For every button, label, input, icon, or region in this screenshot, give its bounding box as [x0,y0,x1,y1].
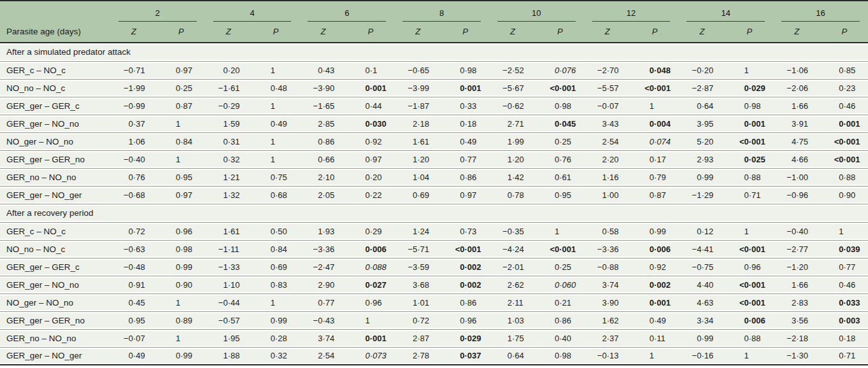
age-column-header-12: 12 [584,1,679,24]
p-value: <0·001 [536,79,583,97]
p-value: 0·027 [347,276,394,294]
table-row: GER_ger – GER_no−0·4010·3210·660·971·200… [0,150,868,168]
p-value: 0·037 [442,347,489,365]
age-number: 2 [110,3,205,17]
p-value: 0·99 [157,347,204,365]
comparison-label: GER_ger – GER_c [0,97,110,115]
z-value: −1·00 [773,168,820,186]
z-value: −0·68 [110,186,157,204]
z-value: 2·37 [584,329,631,347]
p-value: 0·40 [536,329,583,347]
z-value: −0·40 [110,150,157,168]
p-value: 0·98 [536,347,583,365]
z-value: 0·86 [299,132,346,150]
age-number: 8 [394,3,489,17]
z-value: −3·36 [584,240,631,258]
col-header-p-age-12: P [631,24,678,43]
p-value: <0·001 [821,150,868,168]
p-value: 0·029 [726,79,773,97]
p-value: 0·68 [252,186,299,204]
comparison-label: GER_c – NO_c [0,222,110,240]
p-value: 1 [536,222,583,240]
table-row: NO_no – NO_c−1·990·25−1·610·48−3·900·001… [0,79,868,97]
p-value: 0·92 [347,132,394,150]
comparison-label: NO_no – NO_c [0,79,110,97]
p-value: 0·49 [631,311,678,329]
comparison-label: GER_ger – NO_ger [0,186,110,204]
z-value: 1·93 [299,222,346,240]
age-number: 12 [584,3,679,17]
p-value: 0·001 [442,79,489,97]
z-value: 0·91 [110,276,157,294]
p-value: 0·030 [347,115,394,132]
table-row: GER_ger – GER_c−0·990·87−0·291−1·650·44−… [0,97,868,115]
z-value: 1·20 [394,150,441,168]
z-value: −2·01 [489,258,536,276]
z-value: 0·49 [110,347,157,365]
z-value: −0·48 [110,258,157,276]
z-value: −5·57 [584,79,631,97]
z-value: −1·65 [299,97,346,115]
z-value: −1·61 [205,79,252,97]
z-value: 1·10 [205,276,252,294]
comparison-label: NO_ger – NO_no [0,132,110,150]
table-row: NO_no – NO_c−0·630·98−1·110·84−3·360·006… [0,240,868,258]
z-value: 2·83 [773,294,820,311]
z-value: 1·75 [489,329,536,347]
z-value: −1·11 [205,240,252,258]
z-value: −0·07 [584,97,631,115]
z-value: 4·75 [773,132,820,150]
col-header-p-age-4: P [252,24,299,43]
parasite-age-header-row: 246810121416 [0,1,868,24]
spanner-rule [402,21,481,22]
p-value: 0·69 [252,258,299,276]
spanner-rule [592,21,671,22]
p-value: 0·79 [631,168,678,186]
z-value: −0·40 [773,222,820,240]
p-value: 0·006 [347,240,394,258]
z-value: 2·10 [299,168,346,186]
p-value: 0·44 [347,97,394,115]
z-value: −0·65 [394,61,441,79]
z-value: 2·54 [584,132,631,150]
z-value: −0·20 [678,61,725,79]
p-value: 0·28 [252,329,299,347]
p-value: 1 [157,115,204,132]
p-value: 0·92 [631,258,678,276]
z-value: −0·88 [584,258,631,276]
z-value: 2·85 [299,115,346,132]
p-value: 0·77 [442,150,489,168]
posthoc-comparison-table: 246810121416 Parasite age (days) ZPZPZPZ… [0,0,868,365]
p-value: 0·48 [252,79,299,97]
p-value: 1 [252,294,299,311]
p-value: 0·18 [821,329,868,347]
col-header-p-age-6: P [347,24,394,43]
z-value: 0·12 [678,222,725,240]
z-value: 0·99 [678,329,725,347]
comparison-label: GER_ger – GER_no [0,150,110,168]
p-value: 0·90 [157,276,204,294]
p-value: 0·98 [726,97,773,115]
table-row: GER_no – NO_no0·760·951·210·752·100·201·… [0,168,868,186]
p-value: 0·49 [252,115,299,132]
p-value: 0·50 [252,222,299,240]
p-value: 1 [157,329,204,347]
p-value: 0·074 [631,132,678,150]
z-value: 0·64 [489,347,536,365]
comparison-label: NO_ger – NO_no [0,294,110,311]
p-value: 0·1 [347,61,394,79]
spanner-rule [687,21,765,22]
comparison-label: GER_no – NO_no [0,168,110,186]
p-value: 1 [347,311,394,329]
p-value: 0·001 [347,79,394,97]
z-value: −1·33 [205,258,252,276]
z-value: 2·78 [394,347,441,365]
p-value: 0·001 [347,329,394,347]
age-column-header-6: 6 [299,1,394,24]
comparison-label: GER_c – NO_c [0,61,110,79]
z-value: −0·07 [110,329,157,347]
table-header: 246810121416 Parasite age (days) ZPZPZPZ… [0,1,868,43]
comparison-label: GER_ger – NO_ger [0,347,110,365]
p-value: 0·006 [726,311,773,329]
p-value: <0·001 [726,276,773,294]
